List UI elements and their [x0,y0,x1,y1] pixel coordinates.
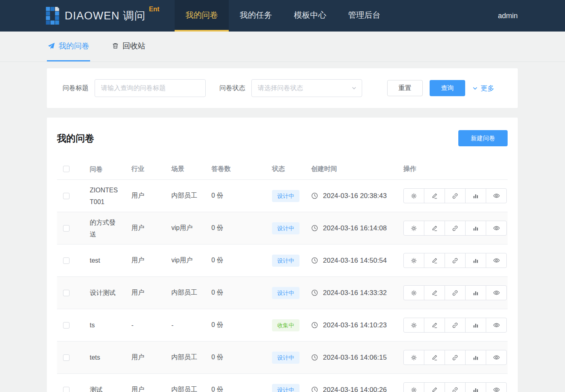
preview-button[interactable] [486,285,507,300]
eye-icon [493,386,500,392]
row-actions [403,253,508,268]
settings-button[interactable] [403,350,424,365]
select-all-checkbox[interactable] [63,166,70,172]
preview-button[interactable] [486,188,507,203]
settings-button[interactable] [403,221,424,236]
settings-button[interactable] [403,382,424,392]
search-button[interactable]: 查询 [430,80,465,96]
brand-edition-badge: Ent [149,6,160,13]
settings-button[interactable] [403,188,424,203]
column-header-answers: 答卷数 [211,165,272,173]
preview-button[interactable] [486,221,507,236]
tab-my-surveys[interactable]: 我的问卷 [47,32,90,61]
edit-button[interactable] [424,382,445,392]
nav-item-my-surveys[interactable]: 我的问卷 [175,0,229,32]
survey-title: test [90,255,131,266]
row-checkbox[interactable] [63,193,70,199]
title-filter-label: 问卷标题 [63,84,89,93]
edit-button[interactable] [424,188,445,203]
gear-icon [411,290,417,296]
settings-button[interactable] [403,285,424,300]
table-row: 测试 用户 内部员工 0 份 设计中 2024-03-16 14:00:26 [57,374,508,392]
status-badge: 设计中 [272,384,299,392]
edit-button[interactable] [424,253,445,268]
pencil-icon [431,290,438,296]
brand[interactable]: DIAOWEN 调问 Ent [46,0,159,32]
survey-answer-count: 0 份 [211,256,272,265]
preview-button[interactable] [486,382,507,392]
statistics-button[interactable] [465,253,486,268]
row-checkbox[interactable] [63,322,70,329]
status-badge: 设计中 [272,352,299,364]
row-checkbox[interactable] [63,387,70,392]
user-menu[interactable]: admin [498,0,518,32]
tab-label: 我的问卷 [59,41,89,51]
statistics-button[interactable] [465,382,486,392]
row-checkbox[interactable] [63,290,70,296]
chevron-down-icon [351,85,357,91]
survey-industry: 用户 [131,224,171,232]
nav-item-template-center[interactable]: 模板中心 [283,0,337,32]
more-filters-link[interactable]: 更多 [472,84,494,93]
clock-icon [311,192,318,199]
row-checkbox[interactable] [63,257,70,264]
statistics-button[interactable] [465,188,486,203]
statistics-button[interactable] [465,221,486,236]
settings-button[interactable] [403,253,424,268]
link-button[interactable] [445,350,466,365]
link-button[interactable] [445,253,466,268]
clock-icon [311,322,318,329]
edit-button[interactable] [424,221,445,236]
row-actions [403,285,508,300]
title-filter-input[interactable] [95,79,206,97]
status-filter-select[interactable]: 请选择问卷状态 [251,79,362,97]
survey-scene: - [171,322,211,329]
survey-scene: vip用户 [171,224,211,232]
create-survey-button[interactable]: 新建问卷 [458,130,508,146]
reset-button[interactable]: 重置 [387,80,423,96]
survey-answer-count: 0 份 [211,386,272,392]
preview-button[interactable] [486,318,507,333]
link-icon [452,257,458,264]
edit-button[interactable] [424,350,445,365]
link-button[interactable] [445,382,466,392]
gear-icon [411,257,417,264]
survey-answer-count: 0 份 [211,192,272,200]
tab-recycle-bin[interactable]: 回收站 [111,32,146,61]
pencil-icon [431,257,438,264]
preview-button[interactable] [486,350,507,365]
more-filters-label: 更多 [481,84,494,93]
survey-title: ts [90,319,131,331]
statistics-button[interactable] [465,285,486,300]
row-checkbox[interactable] [63,354,70,361]
table-row: ts - - 0 份 收集中 2024-03-16 14:10:23 [57,309,508,341]
eye-icon [493,354,500,361]
statistics-button[interactable] [465,350,486,365]
nav-item-my-tasks[interactable]: 我的任务 [229,0,283,32]
settings-button[interactable] [403,318,424,333]
trash-icon [112,42,119,49]
link-button[interactable] [445,318,466,333]
survey-created-time: 2024-03-16 16:14:08 [323,224,387,232]
nav-item-admin-console[interactable]: 管理后台 [337,0,391,32]
table-row: 设计测试 用户 内部员工 0 份 设计中 2024-03-16 14:33:32 [57,277,508,309]
status-filter-placeholder: 请选择问卷状态 [258,84,351,93]
link-button[interactable] [445,188,466,203]
bar-chart-icon [472,257,479,264]
row-checkbox[interactable] [63,225,70,232]
link-icon [452,387,458,392]
link-button[interactable] [445,285,466,300]
table-row: ZIONTEST001 用户 内部员工 0 份 设计中 2024-03-16 2… [57,180,508,212]
gear-icon [411,322,417,329]
statistics-button[interactable] [465,318,486,333]
survey-industry: 用户 [131,353,171,362]
edit-button[interactable] [424,285,445,300]
bar-chart-icon [472,322,479,329]
edit-button[interactable] [424,318,445,333]
survey-industry: 用户 [131,386,171,392]
bar-chart-icon [472,290,479,296]
preview-button[interactable] [486,253,507,268]
link-button[interactable] [445,221,466,236]
clock-icon [311,225,318,232]
survey-created-time: 2024-03-16 14:10:23 [323,321,387,329]
